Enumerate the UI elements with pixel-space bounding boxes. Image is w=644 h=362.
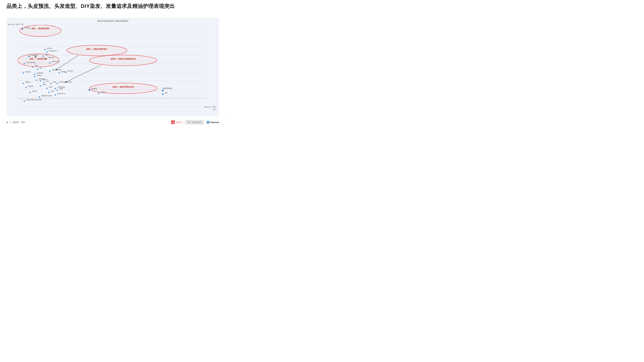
svg-point-31 [32,66,34,67]
svg-point-65 [65,72,66,73]
svg-point-87 [24,100,25,102]
svg-point-83 [39,96,40,98]
svg-text:趋势三：居家染发需求提升: 趋势三：居家染发需求提升 [86,48,108,50]
svg-text:帽子假发: 帽子假发 [68,70,73,72]
logo-tmall: 猫 天猫个护 [171,120,182,124]
svg-point-95 [162,93,164,95]
svg-point-45 [49,70,50,72]
svg-point-81 [48,92,50,93]
svg-text:洗护套装: 洗护套装 [32,91,37,92]
svg-text:汤发水: 汤发水 [42,84,46,85]
svg-text:护发精油: 护发精油 [91,88,97,89]
svg-text:发包/丸子: 发包/丸子 [42,79,48,80]
page-title: 品类上，头皮预洗、头发造型、DIY染发、发量追求及精油护理表现突出 [6,3,175,10]
svg-point-97 [20,25,61,36]
svg-text:盖白: 盖白 [40,67,42,69]
svg-point-73 [46,88,48,89]
svg-point-105 [89,55,157,66]
svg-point-59 [44,82,45,83]
svg-point-93 [162,89,164,91]
footer-source: 数据源：TMIC [13,121,25,124]
svg-point-53 [34,76,35,77]
svg-text:其他染发烫发产品假发发网: 其他染发烫发产品假发发网 [26,99,42,100]
svg-point-39 [46,58,47,59]
svg-point-89 [88,89,90,91]
tmall-icon: 猫 [171,120,175,124]
svg-point-25 [22,28,23,30]
svg-line-107 [65,65,100,83]
svg-point-51 [34,74,35,75]
svg-point-108 [89,83,157,94]
svg-text:发护精油安瓶: 发护精油安瓶 [52,61,60,62]
svg-point-102 [67,45,127,56]
svg-point-55 [36,79,37,81]
svg-text:头皮精油/精华: 头皮精油/精华 [49,50,57,52]
svg-text:定型喷雾: 定型喷雾 [31,54,37,56]
svg-point-63 [57,83,58,84]
svg-text:补发笔/发际线粉: 补发笔/发际线粉 [26,62,36,63]
svg-point-61 [50,83,51,84]
svg-point-75 [55,88,56,89]
svg-text:卷发片: 卷发片 [45,54,49,56]
svg-text:假发支架: 假发支架 [47,48,52,49]
svg-text:马尾: 马尾 [46,81,48,82]
page-number: 9 [6,121,8,124]
chart-inner: 800% 700% 600% 500% 400% 300% 200% 100% … [18,25,206,107]
tmic-label: TMIC 快消趋势发布 [187,121,202,124]
svg-text:头皮预洗: 头皮预洗 [24,27,30,28]
svg-text:猫: 猫 [172,121,174,123]
x-axis-label: 购买人数（指数） [204,106,217,108]
svg-text:护发素: 护发素 [52,81,56,83]
svg-text:趋势四：高颅顶/多发量需求提升: 趋势四：高颅顶/多发量需求提升 [110,58,136,60]
svg-point-69 [26,87,27,88]
svg-point-79 [29,92,30,93]
chart-svg: 800% 700% 600% 500% 400% 300% 200% 100% … [18,25,206,107]
svg-text:发膜/蒸汽发膜/焗油膏: 发膜/蒸汽发膜/焗油膏 [59,81,71,83]
chart-area: 美护发功效词购买人数及增速情况 购买人数（指数）同比 购买人数（指数） （百万） [6,18,219,116]
svg-point-33 [44,49,46,50]
svg-text:其他护发: 其他护发 [100,91,106,93]
svg-point-57 [40,80,41,82]
svg-point-37 [42,56,44,57]
svg-point-67 [23,83,24,84]
svg-point-49 [23,72,24,74]
svg-line-104 [56,55,78,70]
svg-point-43 [37,69,38,70]
svg-text:彩染: 彩染 [165,92,168,94]
svg-point-27 [28,55,30,57]
svg-text:发胶/发泥/发蜡: 发胶/发泥/发蜡 [163,87,172,89]
svg-text:漂发剂: 漂发剂 [34,65,38,66]
chart-title: 美护发功效词购买人数及增速情况 [6,20,219,22]
svg-point-29 [24,63,25,64]
svg-text:直发片: 直发片 [49,86,53,88]
svg-text:刘海片: 刘海片 [51,91,54,92]
svg-point-47 [58,72,60,74]
svg-text:香发喷雾: 香发喷雾 [28,86,33,87]
logo-tmic: TMIC 快消趋势发布 [186,121,203,124]
svg-point-77 [57,89,58,91]
svg-point-35 [46,51,48,53]
svg-text:日常整顶假发: 日常整顶假发 [57,86,65,88]
svg-text:免洗洗发水/喷雾: 免洗洗发水/喷雾 [52,69,61,71]
svg-text:头皮磨砂膏: 头皮磨砂膏 [36,72,43,74]
svg-text:趋势二：妆造需求提升: 趋势二：妆造需求提升 [30,58,47,60]
footer-logos: 猫 天猫个护 TMIC 快消趋势发布 Flywheel [171,120,219,124]
svg-text:护发素: 护发素 [59,88,63,89]
svg-text:趋势一：预洗理念增强: 趋势一：预洗理念增强 [32,27,49,29]
svg-point-41 [49,62,50,63]
svg-text:摩丝/啫喱/头发造型: 摩丝/啫喱/头发造型 [41,95,52,96]
svg-line-101 [34,54,38,58]
flywheel-label: Flywheel [210,121,219,124]
svg-point-91 [98,93,99,94]
logo-flywheel: Flywheel [206,121,219,124]
tmall-label: 天猫个护 [175,121,182,124]
svg-point-85 [55,94,56,96]
footer: 9 数据源：TMIC 猫 天猫个护 TMIC 快消趋势发布 Flywheel [0,118,226,127]
svg-text:趋势五：精油护理理念加强: 趋势五：精油护理理念加强 [112,86,134,88]
flywheel-icon [206,121,210,124]
svg-text:演出假发: 演出假发 [25,71,30,72]
svg-point-71 [40,85,41,86]
svg-text:假发护理液: 假发护理液 [48,57,54,58]
svg-point-99 [18,54,59,67]
svg-text:功效染发剂: 功效染发剂 [38,78,45,80]
